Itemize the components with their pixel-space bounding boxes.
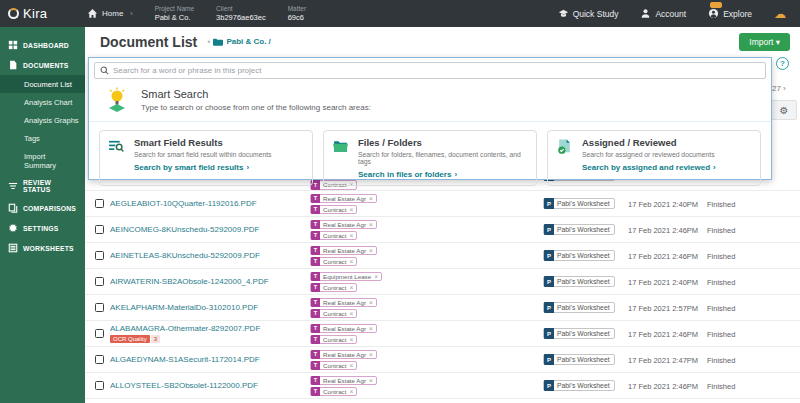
tag-remove-icon[interactable]: × <box>349 388 353 395</box>
tag-chip[interactable]: TContract× <box>310 205 357 215</box>
top-bar: Kira Home › Project Name Pabi & Co. Clie… <box>0 0 800 27</box>
quick-study-button[interactable]: Quick Study <box>558 8 619 19</box>
table-row: AEGLEABIOT-10QQuarter-1192016.PDFTReal E… <box>85 191 800 217</box>
sidebar-item-comparisons[interactable]: COMPARISONS <box>0 198 85 218</box>
search-area-card-files-folders[interactable]: Files / FoldersSearch for folders, filen… <box>323 130 537 186</box>
row-checkbox[interactable] <box>95 329 104 338</box>
search-area-card-smart-field-results[interactable]: Smart Field ResultsSearch for smart fiel… <box>99 130 313 186</box>
tag-chip[interactable]: TReal Estate Agr× <box>310 194 377 204</box>
tag-remove-icon[interactable]: × <box>349 206 353 213</box>
tag-chip[interactable]: TEquipment Lease× <box>310 272 382 282</box>
import-date: 17 Feb 2021 2:46PM <box>628 330 698 339</box>
worksheet-chip[interactable]: PPabi's Worksheet <box>543 354 615 365</box>
tag-chip[interactable]: TContract× <box>310 387 357 397</box>
tag-remove-icon[interactable]: × <box>369 247 373 254</box>
explore-button[interactable]: Explore <box>708 8 752 19</box>
sidebar-item-analysis-graphs[interactable]: Analysis Graphs <box>0 111 85 129</box>
account-button[interactable]: Account <box>640 8 686 19</box>
document-name-link[interactable]: AEGLEABIOT-10QQuarter-1192016.PDF <box>110 199 257 208</box>
tag-remove-icon[interactable]: × <box>369 221 373 228</box>
home-link[interactable]: Home › <box>87 8 133 19</box>
document-name-link[interactable]: ALGAEDYNAM-S1ASecurit-1172014.PDF <box>110 355 260 364</box>
tag-label: Contract <box>323 388 346 395</box>
document-name-link[interactable]: ALABAMAGRA-Othermater-8292007.PDFOCR Qua… <box>110 324 260 343</box>
kira-logo[interactable]: Kira <box>0 6 85 21</box>
tag-remove-icon[interactable]: × <box>349 362 353 369</box>
tag-remove-icon[interactable]: × <box>369 377 373 384</box>
breadcrumb[interactable]: • Pabi & Co. / <box>207 37 271 47</box>
search-input[interactable] <box>113 66 760 75</box>
worksheet-chip[interactable]: PPabi's Worksheet <box>543 328 615 339</box>
document-name-link[interactable]: AEINCOMEG-8KUnschedu-5292009.PDF <box>110 225 259 234</box>
tag-chip[interactable]: TContract× <box>310 309 357 319</box>
tag-chip[interactable]: TReal Estate Agr× <box>310 350 377 360</box>
tag-chip[interactable]: TContract× <box>310 257 357 267</box>
tag-remove-icon[interactable]: × <box>369 351 373 358</box>
tag-chip[interactable]: TReal Estate Agr× <box>310 324 377 334</box>
breadcrumb-label: Pabi & Co. / <box>226 37 270 46</box>
sidebar-item-document-list[interactable]: Document List <box>0 75 85 93</box>
tag-chip[interactable]: TReal Estate Agr× <box>310 246 377 256</box>
worksheet-icon: P <box>544 276 554 287</box>
document-name-link[interactable]: ALLOYSTEEL-SB2Obsolet-1122000.PDF <box>110 381 258 390</box>
card-link[interactable]: Search by smart field results› <box>134 163 272 172</box>
document-name-link[interactable]: AEINETLEAS-8KUnschedu-5292009.PDF <box>110 251 260 260</box>
sidebar-item-dashboard[interactable]: DASHBOARD <box>0 35 85 55</box>
document-name-link[interactable]: AIRWATERIN-SB2AObsole-1242000_4.PDF <box>110 277 269 286</box>
sidebar-item-documents[interactable]: DOCUMENTS <box>0 55 85 75</box>
tag-label: Real Estate Agr <box>323 377 366 384</box>
sidebar-item-worksheets[interactable]: WORKSHEETS <box>0 238 85 258</box>
worksheet-chip[interactable]: PPabi's Worksheet <box>543 250 615 261</box>
search-area-card-assigned-reviewed[interactable]: Assigned / ReviewedSearch for assigned o… <box>547 130 761 186</box>
row-checkbox[interactable] <box>95 355 104 364</box>
person-icon <box>640 8 651 19</box>
card-link[interactable]: Search by assigned and reviewed› <box>582 163 716 172</box>
tag-chip[interactable]: TReal Estate Agr× <box>310 298 377 308</box>
worksheet-chip[interactable]: PPabi's Worksheet <box>543 276 615 287</box>
sidebar-item-tags[interactable]: Tags <box>0 129 85 147</box>
document-name-link[interactable]: AKELAPHARM-MaterialDo-3102010.PDF <box>110 303 258 312</box>
tag-remove-icon[interactable]: × <box>369 325 373 332</box>
row-checkbox[interactable] <box>95 199 104 208</box>
tag-chip[interactable]: TContract× <box>310 283 357 293</box>
sidebar-item-import-summary[interactable]: Import Summary <box>0 147 85 174</box>
tag-remove-icon[interactable]: × <box>349 232 353 239</box>
tag-remove-icon[interactable]: × <box>369 299 373 306</box>
row-checkbox[interactable] <box>95 381 104 390</box>
cloud-sync-icon[interactable]: ☁ <box>774 7 786 21</box>
worksheet-chip[interactable]: PPabi's Worksheet <box>543 224 615 235</box>
worksheet-label: Pabi's Worksheet <box>557 278 610 285</box>
tag-chip[interactable]: TContract× <box>310 231 357 241</box>
sidebar-item-label: WORKSHEETS <box>23 245 74 252</box>
worksheet-chip[interactable]: PPabi's Worksheet <box>543 198 615 209</box>
sidebar-item-review-status[interactable]: REVIEW STATUS <box>0 174 85 198</box>
kira-logo-text: Kira <box>23 6 47 21</box>
tag-remove-icon[interactable]: × <box>349 336 353 343</box>
tag-chip[interactable]: TReal Estate Agr× <box>310 220 377 230</box>
comparisons-icon <box>8 203 18 213</box>
sidebar-item-analysis-chart[interactable]: Analysis Chart <box>0 93 85 111</box>
tag-remove-icon[interactable]: × <box>349 310 353 317</box>
worksheet-chip[interactable]: PPabi's Worksheet <box>543 380 615 391</box>
tag-remove-icon[interactable]: × <box>374 273 378 280</box>
search-box <box>94 62 766 79</box>
card-link[interactable]: Search in files or folders› <box>358 170 528 179</box>
tag-remove-icon[interactable]: × <box>349 258 353 265</box>
row-checkbox[interactable] <box>95 225 104 234</box>
sidebar-item-settings[interactable]: SETTINGS <box>0 218 85 238</box>
row-checkbox[interactable] <box>95 303 104 312</box>
import-button[interactable]: Import ▾ <box>739 33 790 51</box>
tag-chip[interactable]: TReal Estate Agr× <box>310 376 377 386</box>
status-label: Finished <box>707 382 735 391</box>
worksheet-label: Pabi's Worksheet <box>557 226 610 233</box>
tag-chip[interactable]: TContract× <box>310 361 357 371</box>
status-label: Finished <box>707 252 735 261</box>
row-checkbox[interactable] <box>95 251 104 260</box>
tag-remove-icon[interactable]: × <box>369 195 373 202</box>
row-checkbox[interactable] <box>95 277 104 286</box>
tag-remove-icon[interactable]: × <box>349 284 353 291</box>
worksheet-chip[interactable]: PPabi's Worksheet <box>543 302 615 313</box>
tag-chip[interactable]: TContract× <box>310 335 357 345</box>
document-name: AEGLEABIOT-10QQuarter-1192016.PDF <box>110 199 257 208</box>
table-row: ALGAEDYNAM-S1ASecurit-1172014.PDFTReal E… <box>85 347 800 373</box>
